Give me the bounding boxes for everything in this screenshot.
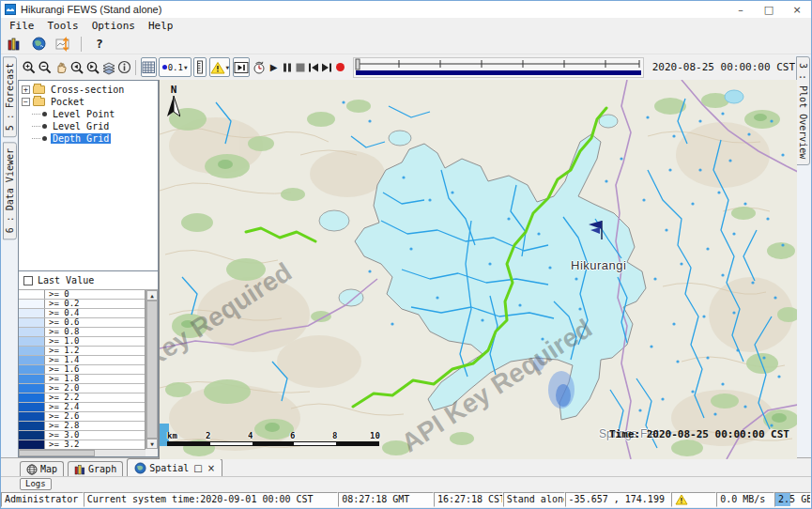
info-button[interactable]: [117, 57, 131, 77]
database-display-button[interactable]: [5, 36, 23, 53]
legend-color-swatch: [19, 384, 45, 393]
maximize-button[interactable]: □: [755, 1, 783, 18]
tree-row[interactable]: Level Point: [19, 108, 158, 119]
legend-row[interactable]: >= 1.8: [19, 375, 145, 384]
interval-dropdown[interactable]: 0.1 ▼: [159, 57, 192, 77]
map-view[interactable]: API Key Required API Key Required N Hiku…: [159, 80, 797, 459]
legend-row[interactable]: >= 3.2: [19, 440, 145, 449]
zoom-previous-button[interactable]: [69, 57, 84, 77]
chevron-down-icon: ▼: [184, 64, 188, 70]
legend-color-swatch: [19, 290, 45, 299]
legend-row[interactable]: >= 0.6: [19, 318, 145, 328]
legend-row-label: >= 0.8: [45, 328, 145, 336]
legend-row[interactable]: >= 2.0: [19, 384, 145, 393]
bullet-icon: [42, 112, 47, 116]
compass-arrow-icon: [167, 96, 180, 118]
scale-button[interactable]: [193, 57, 207, 77]
tree-row[interactable]: Depth Grid: [19, 132, 158, 144]
grid-display-button[interactable]: [141, 57, 157, 77]
tab-map[interactable]: Map: [20, 461, 64, 476]
status-system-time: Current system time:2020-09-01 00:00 CST: [84, 492, 338, 507]
tab-graph[interactable]: Graph: [68, 461, 123, 476]
pause-button[interactable]: [281, 57, 293, 77]
scroll-up-icon[interactable]: ▲: [146, 290, 158, 301]
minimize-button[interactable]: –: [727, 1, 755, 18]
tree-node-label[interactable]: Level Grid: [51, 121, 111, 131]
tree-node-label[interactable]: Cross-section: [49, 85, 126, 95]
zoom-next-icon: [85, 60, 100, 75]
stop-button[interactable]: [294, 57, 306, 77]
legend-row[interactable]: >= 0.2: [19, 300, 145, 309]
play-button[interactable]: ▶: [268, 57, 280, 77]
tree-node-label[interactable]: Level Point: [51, 109, 116, 119]
legend-row[interactable]: >= 1.4: [19, 356, 145, 365]
plot-display-button[interactable]: [54, 36, 72, 53]
legend-row[interactable]: >= 2.2: [19, 393, 145, 403]
tab-data-viewer[interactable]: 6 : Data Viewer: [3, 142, 17, 239]
record-button[interactable]: [334, 57, 346, 77]
legend-row[interactable]: >= 2.6: [19, 412, 145, 422]
legend-row[interactable]: >= 0: [19, 290, 145, 300]
map-display-button[interactable]: [29, 36, 48, 53]
layer-tree: + Cross-section − Pocket Level P: [18, 80, 159, 271]
scalebar-tick: 4: [248, 431, 253, 440]
help-button[interactable]: ?: [90, 37, 109, 51]
tab-spatial[interactable]: Spatial □ ×: [127, 458, 222, 476]
legend-vertical-scrollbar[interactable]: ▲ ▼: [146, 290, 158, 449]
timeline-slider[interactable]: [353, 57, 644, 78]
legend-row[interactable]: >= 1.6: [19, 365, 145, 375]
toolbar-separator: [135, 60, 136, 75]
legend-row[interactable]: >= 1.2: [19, 347, 145, 356]
tab-maximize-icon[interactable]: □: [193, 463, 202, 473]
menu-item[interactable]: Tools: [41, 20, 85, 32]
menu-item[interactable]: Options: [85, 20, 142, 32]
legend-row-label: >= 1.2: [45, 347, 145, 355]
legend-header-label: Last Value: [38, 275, 94, 285]
status-warning[interactable]: [671, 492, 716, 507]
tab-plot-overview[interactable]: 3 : Plot Overview: [796, 56, 810, 165]
bar-stack-icon: [7, 37, 22, 52]
legend-row[interactable]: >= 3.0: [19, 431, 145, 440]
close-button[interactable]: ×: [783, 1, 811, 18]
step-back-button[interactable]: [307, 57, 319, 77]
expand-icon[interactable]: +: [22, 85, 30, 94]
folder-icon: [33, 98, 45, 106]
legend-row-label: >= 2.0: [45, 384, 145, 393]
menu-item[interactable]: Help: [142, 20, 180, 32]
legend-horizontal-scrollbar[interactable]: [19, 449, 146, 456]
pan-button[interactable]: [54, 57, 69, 77]
tree-row[interactable]: + Cross-section: [19, 84, 158, 95]
hand-icon: [54, 60, 69, 75]
tree-row[interactable]: − Pocket: [19, 96, 158, 107]
tree-node-label-selected[interactable]: Depth Grid: [51, 133, 111, 144]
zoom-in-button[interactable]: [22, 57, 37, 77]
legend-panel: Last Value >= 0: [18, 271, 159, 457]
movie-button[interactable]: [233, 57, 250, 77]
titlebar: Hikurangi FEWS (Stand alone) – □ ×: [1, 1, 811, 18]
tree-row[interactable]: Level Grid: [19, 120, 158, 131]
menu-item[interactable]: File: [3, 20, 41, 32]
legend-row[interactable]: >= 2.8: [19, 422, 145, 431]
tab-forecast[interactable]: 5 : Forecast: [3, 56, 17, 137]
logs-button[interactable]: Logs: [20, 478, 52, 490]
layers-button[interactable]: [101, 57, 116, 77]
tree-node-label[interactable]: Pocket: [49, 97, 86, 107]
zoom-out-button[interactable]: [38, 57, 53, 77]
legend-row[interactable]: >= 1.0: [19, 337, 145, 347]
center-column: 0.1 ▼ ▼ ▶: [18, 54, 795, 457]
legend-row[interactable]: >= 2.4: [19, 403, 145, 412]
last-value-checkbox[interactable]: [23, 276, 33, 285]
timer-button[interactable]: [252, 57, 267, 77]
legend-row-label: >= 0.6: [45, 318, 145, 327]
collapse-icon[interactable]: −: [22, 98, 30, 106]
tab-close-icon[interactable]: ×: [207, 463, 215, 473]
legend-row-label: >= 2.8: [45, 422, 145, 430]
scrollbar-thumb[interactable]: [146, 301, 158, 439]
zoom-next-button[interactable]: [85, 57, 100, 77]
legend-row[interactable]: >= 0.8: [19, 328, 145, 337]
legend-row[interactable]: >= 0.4: [19, 309, 145, 318]
step-forward-button[interactable]: [321, 57, 333, 77]
scroll-down-icon[interactable]: ▼: [146, 439, 158, 449]
warning-dropdown[interactable]: ▼: [209, 57, 231, 77]
scrollbar-thumb[interactable]: [19, 450, 95, 456]
